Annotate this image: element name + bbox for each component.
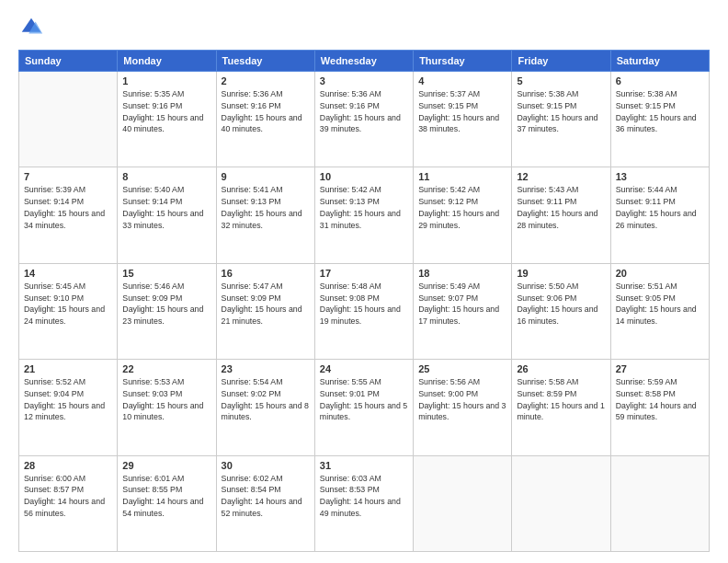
day-number: 23 bbox=[222, 363, 310, 374]
day-detail: Sunrise: 5:47 AM Sunset: 9:09 PM Dayligh… bbox=[222, 281, 310, 327]
day-number: 3 bbox=[320, 75, 408, 86]
day-number: 11 bbox=[418, 171, 506, 182]
weekday-header-friday: Friday bbox=[512, 51, 610, 72]
calendar-cell: 11Sunrise: 5:42 AM Sunset: 9:12 PM Dayli… bbox=[414, 167, 512, 263]
day-detail: Sunrise: 6:03 AM Sunset: 8:53 PM Dayligh… bbox=[320, 473, 408, 520]
day-number: 6 bbox=[616, 75, 704, 86]
day-number: 16 bbox=[222, 268, 310, 279]
day-detail: Sunrise: 5:37 AM Sunset: 9:15 PM Dayligh… bbox=[418, 88, 506, 135]
day-detail: Sunrise: 5:36 AM Sunset: 9:16 PM Dayligh… bbox=[320, 88, 408, 135]
day-detail: Sunrise: 6:00 AM Sunset: 8:57 PM Dayligh… bbox=[24, 473, 112, 520]
calendar-table: SundayMondayTuesdayWednesdayThursdayFrid… bbox=[18, 50, 710, 552]
day-detail: Sunrise: 5:54 AM Sunset: 9:02 PM Dayligh… bbox=[222, 376, 310, 423]
day-number: 5 bbox=[517, 75, 605, 86]
header bbox=[18, 15, 710, 40]
calendar-cell: 26Sunrise: 5:58 AM Sunset: 8:59 PM Dayli… bbox=[512, 360, 610, 455]
calendar-cell: 16Sunrise: 5:47 AM Sunset: 9:09 PM Dayli… bbox=[216, 263, 314, 359]
day-number: 21 bbox=[24, 363, 112, 374]
weekday-header-monday: Monday bbox=[118, 51, 216, 72]
calendar-week-row: 28Sunrise: 6:00 AM Sunset: 8:57 PM Dayli… bbox=[19, 455, 710, 551]
calendar-cell: 12Sunrise: 5:43 AM Sunset: 9:11 PM Dayli… bbox=[512, 167, 610, 263]
day-detail: Sunrise: 5:49 AM Sunset: 9:07 PM Dayligh… bbox=[418, 281, 506, 327]
day-number: 31 bbox=[320, 460, 408, 471]
calendar-cell: 30Sunrise: 6:02 AM Sunset: 8:54 PM Dayli… bbox=[216, 455, 314, 551]
day-detail: Sunrise: 5:36 AM Sunset: 9:16 PM Dayligh… bbox=[222, 88, 310, 135]
weekday-header-wednesday: Wednesday bbox=[314, 51, 413, 72]
calendar-cell: 18Sunrise: 5:49 AM Sunset: 9:07 PM Dayli… bbox=[414, 263, 512, 359]
day-detail: Sunrise: 5:35 AM Sunset: 9:16 PM Dayligh… bbox=[122, 88, 210, 135]
calendar-cell: 2Sunrise: 5:36 AM Sunset: 9:16 PM Daylig… bbox=[216, 72, 314, 167]
calendar-cell: 21Sunrise: 5:52 AM Sunset: 9:04 PM Dayli… bbox=[19, 360, 118, 455]
day-detail: Sunrise: 5:39 AM Sunset: 9:14 PM Dayligh… bbox=[24, 184, 112, 231]
calendar-week-row: 14Sunrise: 5:45 AM Sunset: 9:10 PM Dayli… bbox=[19, 263, 710, 359]
day-detail: Sunrise: 6:01 AM Sunset: 8:55 PM Dayligh… bbox=[122, 473, 210, 520]
day-detail: Sunrise: 5:51 AM Sunset: 9:05 PM Dayligh… bbox=[616, 281, 704, 327]
calendar-cell: 29Sunrise: 6:01 AM Sunset: 8:55 PM Dayli… bbox=[118, 455, 216, 551]
calendar-cell bbox=[414, 455, 512, 551]
weekday-header-sunday: Sunday bbox=[19, 51, 118, 72]
weekday-header-saturday: Saturday bbox=[610, 51, 709, 72]
calendar-cell: 8Sunrise: 5:40 AM Sunset: 9:14 PM Daylig… bbox=[118, 167, 216, 263]
day-number: 4 bbox=[418, 75, 506, 86]
day-number: 24 bbox=[320, 363, 408, 374]
weekday-header-tuesday: Tuesday bbox=[216, 51, 314, 72]
day-number: 9 bbox=[222, 171, 310, 182]
day-detail: Sunrise: 5:46 AM Sunset: 9:09 PM Dayligh… bbox=[122, 281, 210, 327]
day-number: 17 bbox=[320, 268, 408, 279]
day-number: 27 bbox=[616, 363, 704, 374]
day-number: 18 bbox=[418, 268, 506, 279]
day-detail: Sunrise: 5:40 AM Sunset: 9:14 PM Dayligh… bbox=[122, 184, 210, 231]
day-number: 20 bbox=[616, 268, 704, 279]
calendar-week-row: 21Sunrise: 5:52 AM Sunset: 9:04 PM Dayli… bbox=[19, 360, 710, 455]
calendar-cell: 24Sunrise: 5:55 AM Sunset: 9:01 PM Dayli… bbox=[314, 360, 413, 455]
day-detail: Sunrise: 5:44 AM Sunset: 9:11 PM Dayligh… bbox=[616, 184, 704, 231]
day-number: 1 bbox=[122, 75, 210, 86]
calendar-cell: 7Sunrise: 5:39 AM Sunset: 9:14 PM Daylig… bbox=[19, 167, 118, 263]
calendar-cell: 6Sunrise: 5:38 AM Sunset: 9:15 PM Daylig… bbox=[610, 72, 709, 167]
day-detail: Sunrise: 5:59 AM Sunset: 8:58 PM Dayligh… bbox=[616, 376, 704, 423]
calendar-cell bbox=[610, 455, 709, 551]
calendar-cell: 19Sunrise: 5:50 AM Sunset: 9:06 PM Dayli… bbox=[512, 263, 610, 359]
day-detail: Sunrise: 5:48 AM Sunset: 9:08 PM Dayligh… bbox=[320, 281, 408, 327]
calendar-page: SundayMondayTuesdayWednesdayThursdayFrid… bbox=[0, 0, 728, 563]
day-number: 14 bbox=[24, 268, 112, 279]
calendar-cell: 1Sunrise: 5:35 AM Sunset: 9:16 PM Daylig… bbox=[118, 72, 216, 167]
day-detail: Sunrise: 5:42 AM Sunset: 9:12 PM Dayligh… bbox=[418, 184, 506, 231]
day-detail: Sunrise: 5:42 AM Sunset: 9:13 PM Dayligh… bbox=[320, 184, 408, 231]
weekday-header-thursday: Thursday bbox=[414, 51, 512, 72]
calendar-cell: 22Sunrise: 5:53 AM Sunset: 9:03 PM Dayli… bbox=[118, 360, 216, 455]
day-detail: Sunrise: 5:50 AM Sunset: 9:06 PM Dayligh… bbox=[517, 281, 605, 327]
day-number: 8 bbox=[122, 171, 210, 182]
day-detail: Sunrise: 5:56 AM Sunset: 9:00 PM Dayligh… bbox=[418, 376, 506, 423]
logo bbox=[18, 15, 48, 40]
day-detail: Sunrise: 5:55 AM Sunset: 9:01 PM Dayligh… bbox=[320, 376, 408, 423]
day-number: 30 bbox=[222, 460, 310, 471]
calendar-week-row: 1Sunrise: 5:35 AM Sunset: 9:16 PM Daylig… bbox=[19, 72, 710, 167]
calendar-cell: 4Sunrise: 5:37 AM Sunset: 9:15 PM Daylig… bbox=[414, 72, 512, 167]
calendar-cell: 27Sunrise: 5:59 AM Sunset: 8:58 PM Dayli… bbox=[610, 360, 709, 455]
day-number: 13 bbox=[616, 171, 704, 182]
calendar-cell: 3Sunrise: 5:36 AM Sunset: 9:16 PM Daylig… bbox=[314, 72, 413, 167]
calendar-cell bbox=[512, 455, 610, 551]
day-detail: Sunrise: 5:58 AM Sunset: 8:59 PM Dayligh… bbox=[517, 376, 605, 423]
day-detail: Sunrise: 6:02 AM Sunset: 8:54 PM Dayligh… bbox=[222, 473, 310, 520]
day-number: 19 bbox=[517, 268, 605, 279]
calendar-cell: 20Sunrise: 5:51 AM Sunset: 9:05 PM Dayli… bbox=[610, 263, 709, 359]
day-detail: Sunrise: 5:38 AM Sunset: 9:15 PM Dayligh… bbox=[517, 88, 605, 135]
day-detail: Sunrise: 5:38 AM Sunset: 9:15 PM Dayligh… bbox=[616, 88, 704, 135]
day-number: 12 bbox=[517, 171, 605, 182]
calendar-cell: 28Sunrise: 6:00 AM Sunset: 8:57 PM Dayli… bbox=[19, 455, 118, 551]
calendar-cell: 9Sunrise: 5:41 AM Sunset: 9:13 PM Daylig… bbox=[216, 167, 314, 263]
day-detail: Sunrise: 5:45 AM Sunset: 9:10 PM Dayligh… bbox=[24, 281, 112, 327]
calendar-cell: 25Sunrise: 5:56 AM Sunset: 9:00 PM Dayli… bbox=[414, 360, 512, 455]
day-detail: Sunrise: 5:43 AM Sunset: 9:11 PM Dayligh… bbox=[517, 184, 605, 231]
calendar-cell: 31Sunrise: 6:03 AM Sunset: 8:53 PM Dayli… bbox=[314, 455, 413, 551]
day-detail: Sunrise: 5:41 AM Sunset: 9:13 PM Dayligh… bbox=[222, 184, 310, 231]
calendar-cell bbox=[19, 72, 118, 167]
calendar-cell: 17Sunrise: 5:48 AM Sunset: 9:08 PM Dayli… bbox=[314, 263, 413, 359]
day-number: 7 bbox=[24, 171, 112, 182]
day-detail: Sunrise: 5:53 AM Sunset: 9:03 PM Dayligh… bbox=[122, 376, 210, 423]
calendar-cell: 13Sunrise: 5:44 AM Sunset: 9:11 PM Dayli… bbox=[610, 167, 709, 263]
calendar-cell: 10Sunrise: 5:42 AM Sunset: 9:13 PM Dayli… bbox=[314, 167, 413, 263]
weekday-header-row: SundayMondayTuesdayWednesdayThursdayFrid… bbox=[19, 51, 710, 72]
